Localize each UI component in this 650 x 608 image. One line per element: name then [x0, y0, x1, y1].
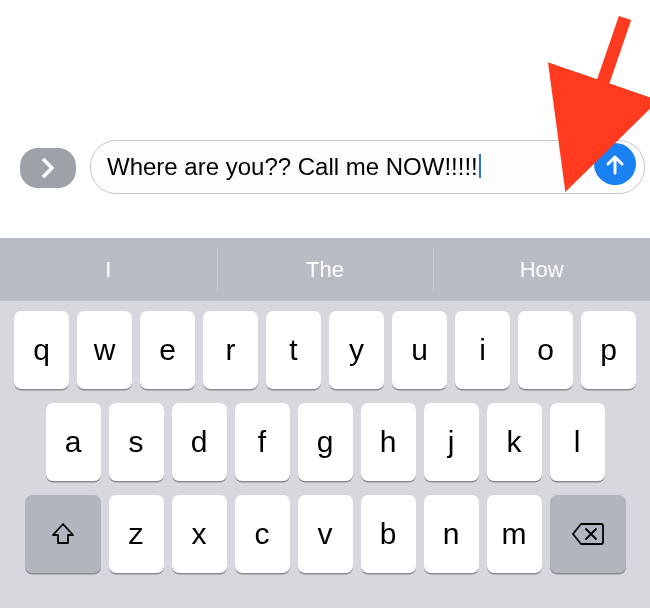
key-j[interactable]: j — [424, 403, 479, 481]
key-c[interactable]: c — [235, 495, 290, 573]
key-i[interactable]: i — [455, 311, 510, 389]
arrow-up-icon — [604, 152, 626, 176]
key-z[interactable]: z — [109, 495, 164, 573]
key-u[interactable]: u — [392, 311, 447, 389]
key-row-3: z x c v b n m — [6, 495, 644, 573]
key-m[interactable]: m — [487, 495, 542, 573]
keyboard: I The How q w e r t y u i o p a s d f g … — [0, 238, 650, 608]
suggestion-3[interactable]: How — [433, 239, 650, 301]
key-shift[interactable] — [25, 495, 101, 573]
message-text: Where are you?? Call me NOW!!!!! — [107, 151, 481, 182]
suggestion-1[interactable]: I — [0, 239, 217, 301]
key-k[interactable]: k — [487, 403, 542, 481]
key-o[interactable]: o — [518, 311, 573, 389]
key-r[interactable]: r — [203, 311, 258, 389]
key-g[interactable]: g — [298, 403, 353, 481]
suggestion-2[interactable]: The — [217, 239, 434, 301]
key-row-1: q w e r t y u i o p — [6, 311, 644, 389]
backspace-icon — [571, 522, 605, 546]
key-v[interactable]: v — [298, 495, 353, 573]
key-x[interactable]: x — [172, 495, 227, 573]
key-w[interactable]: w — [77, 311, 132, 389]
key-e[interactable]: e — [140, 311, 195, 389]
key-d[interactable]: d — [172, 403, 227, 481]
key-n[interactable]: n — [424, 495, 479, 573]
key-backspace[interactable] — [550, 495, 626, 573]
key-rows: q w e r t y u i o p a s d f g h j k l — [0, 301, 650, 581]
key-s[interactable]: s — [109, 403, 164, 481]
key-q[interactable]: q — [14, 311, 69, 389]
key-l[interactable]: l — [550, 403, 605, 481]
text-cursor — [479, 154, 481, 178]
key-p[interactable]: p — [581, 311, 636, 389]
message-input[interactable]: Where are you?? Call me NOW!!!!! — [90, 140, 645, 194]
key-f[interactable]: f — [235, 403, 290, 481]
expand-apps-button[interactable] — [20, 148, 76, 188]
suggestion-bar: I The How — [0, 239, 650, 301]
chevron-right-icon — [39, 157, 57, 179]
send-button[interactable] — [594, 143, 636, 185]
compose-area: Where are you?? Call me NOW!!!!! — [20, 140, 645, 194]
key-y[interactable]: y — [329, 311, 384, 389]
key-b[interactable]: b — [361, 495, 416, 573]
shift-icon — [49, 520, 77, 548]
key-row-2: a s d f g h j k l — [6, 403, 644, 481]
key-a[interactable]: a — [46, 403, 101, 481]
key-t[interactable]: t — [266, 311, 321, 389]
svg-line-0 — [578, 18, 625, 155]
key-h[interactable]: h — [361, 403, 416, 481]
